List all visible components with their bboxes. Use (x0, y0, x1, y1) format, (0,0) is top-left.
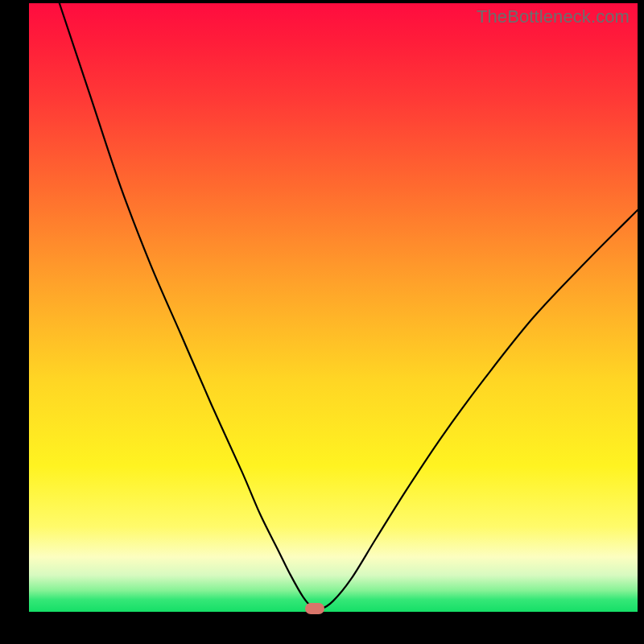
plot-area: TheBottleneck.com (29, 3, 638, 612)
bottleneck-curve (29, 3, 638, 612)
minimum-marker (305, 603, 324, 614)
chart-frame: TheBottleneck.com (0, 0, 644, 644)
watermark-text: TheBottleneck.com (477, 6, 630, 27)
